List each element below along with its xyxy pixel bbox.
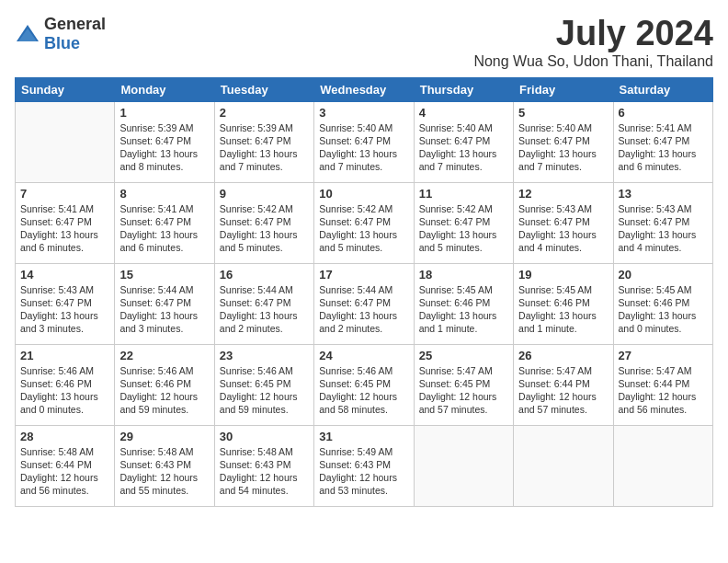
day-number: 23: [220, 349, 309, 362]
day-info: Sunrise: 5:48 AMSunset: 6:44 PMDaylight:…: [20, 445, 109, 498]
day-info: Sunrise: 5:46 AMSunset: 6:46 PMDaylight:…: [119, 364, 209, 417]
day-info: Sunrise: 5:40 AMSunset: 6:47 PMDaylight:…: [319, 121, 408, 174]
calendar-table: SundayMondayTuesdayWednesdayThursdayFrid…: [15, 77, 713, 507]
day-info: Sunrise: 5:39 AMSunset: 6:47 PMDaylight:…: [119, 121, 209, 174]
day-number: 18: [419, 268, 508, 282]
week-row-5: 28Sunrise: 5:48 AMSunset: 6:44 PMDayligh…: [16, 425, 713, 506]
day-info: Sunrise: 5:43 AMSunset: 6:47 PMDaylight:…: [20, 283, 109, 336]
week-row-4: 21Sunrise: 5:46 AMSunset: 6:46 PMDayligh…: [16, 344, 713, 425]
weekday-header-saturday: Saturday: [613, 77, 712, 101]
calendar-cell: 1Sunrise: 5:39 AMSunset: 6:47 PMDaylight…: [115, 101, 214, 182]
calendar-cell: 23Sunrise: 5:46 AMSunset: 6:45 PMDayligh…: [214, 344, 313, 425]
day-number: 11: [419, 187, 508, 201]
day-info: Sunrise: 5:44 AMSunset: 6:47 PMDaylight:…: [220, 283, 309, 336]
calendar-cell: 8Sunrise: 5:41 AMSunset: 6:47 PMDaylight…: [115, 182, 214, 263]
calendar-cell: 27Sunrise: 5:47 AMSunset: 6:44 PMDayligh…: [613, 344, 712, 425]
day-number: 7: [20, 187, 109, 201]
day-info: Sunrise: 5:41 AMSunset: 6:47 PMDaylight:…: [20, 202, 109, 255]
day-info: Sunrise: 5:45 AMSunset: 6:46 PMDaylight:…: [619, 283, 708, 336]
day-number: 22: [119, 349, 209, 362]
calendar-cell: 31Sunrise: 5:49 AMSunset: 6:43 PMDayligh…: [314, 425, 414, 506]
day-number: 28: [20, 430, 109, 443]
calendar-cell: 13Sunrise: 5:43 AMSunset: 6:47 PMDayligh…: [613, 182, 712, 263]
day-info: Sunrise: 5:39 AMSunset: 6:47 PMDaylight:…: [220, 121, 309, 174]
day-info: Sunrise: 5:44 AMSunset: 6:47 PMDaylight:…: [319, 283, 408, 336]
calendar-cell: 7Sunrise: 5:41 AMSunset: 6:47 PMDaylight…: [16, 182, 115, 263]
weekday-header-tuesday: Tuesday: [214, 77, 313, 101]
day-number: 29: [119, 430, 209, 443]
day-info: Sunrise: 5:43 AMSunset: 6:47 PMDaylight:…: [518, 202, 608, 255]
calendar-cell: 3Sunrise: 5:40 AMSunset: 6:47 PMDaylight…: [314, 101, 414, 182]
logo: General Blue: [15, 15, 106, 53]
calendar-cell: 5Sunrise: 5:40 AMSunset: 6:47 PMDaylight…: [514, 101, 613, 182]
calendar-cell: 17Sunrise: 5:44 AMSunset: 6:47 PMDayligh…: [314, 263, 414, 344]
calendar-cell: 26Sunrise: 5:47 AMSunset: 6:44 PMDayligh…: [514, 344, 613, 425]
calendar-cell: 18Sunrise: 5:45 AMSunset: 6:46 PMDayligh…: [414, 263, 513, 344]
day-info: Sunrise: 5:44 AMSunset: 6:47 PMDaylight:…: [119, 283, 209, 336]
day-info: Sunrise: 5:47 AMSunset: 6:44 PMDaylight:…: [619, 364, 708, 417]
day-number: 9: [220, 187, 309, 201]
calendar-cell: [16, 101, 115, 182]
day-number: 6: [619, 106, 708, 120]
day-number: 12: [518, 187, 608, 201]
day-info: Sunrise: 5:43 AMSunset: 6:47 PMDaylight:…: [619, 202, 708, 255]
calendar-cell: 30Sunrise: 5:48 AMSunset: 6:43 PMDayligh…: [214, 425, 313, 506]
logo-blue: Blue: [44, 34, 80, 52]
calendar-cell: 9Sunrise: 5:42 AMSunset: 6:47 PMDaylight…: [214, 182, 313, 263]
calendar-cell: 12Sunrise: 5:43 AMSunset: 6:47 PMDayligh…: [514, 182, 613, 263]
day-info: Sunrise: 5:45 AMSunset: 6:46 PMDaylight:…: [419, 283, 508, 336]
calendar-cell: 22Sunrise: 5:46 AMSunset: 6:46 PMDayligh…: [115, 344, 214, 425]
calendar-cell: 6Sunrise: 5:41 AMSunset: 6:47 PMDaylight…: [613, 101, 712, 182]
day-number: 14: [20, 268, 109, 282]
calendar-cell: 11Sunrise: 5:42 AMSunset: 6:47 PMDayligh…: [414, 182, 513, 263]
day-number: 24: [319, 349, 408, 362]
calendar-cell: [514, 425, 613, 506]
day-number: 13: [619, 187, 708, 201]
day-info: Sunrise: 5:42 AMSunset: 6:47 PMDaylight:…: [220, 202, 309, 255]
day-number: 16: [220, 268, 309, 282]
day-number: 4: [419, 106, 508, 120]
day-number: 19: [518, 268, 608, 282]
weekday-header-wednesday: Wednesday: [314, 77, 414, 101]
calendar-cell: 14Sunrise: 5:43 AMSunset: 6:47 PMDayligh…: [16, 263, 115, 344]
day-info: Sunrise: 5:47 AMSunset: 6:45 PMDaylight:…: [419, 364, 508, 417]
day-info: Sunrise: 5:49 AMSunset: 6:43 PMDaylight:…: [319, 445, 408, 498]
logo-icon: [15, 23, 40, 45]
calendar-cell: 24Sunrise: 5:46 AMSunset: 6:45 PMDayligh…: [314, 344, 414, 425]
calendar-cell: 25Sunrise: 5:47 AMSunset: 6:45 PMDayligh…: [414, 344, 513, 425]
day-info: Sunrise: 5:46 AMSunset: 6:46 PMDaylight:…: [20, 364, 109, 417]
week-row-1: 1Sunrise: 5:39 AMSunset: 6:47 PMDaylight…: [16, 101, 713, 182]
location-subtitle: Nong Wua So, Udon Thani, Thailand: [473, 53, 713, 70]
week-row-2: 7Sunrise: 5:41 AMSunset: 6:47 PMDaylight…: [16, 182, 713, 263]
weekday-header-row: SundayMondayTuesdayWednesdayThursdayFrid…: [16, 77, 713, 101]
page-header: General Blue July 2024 Nong Wua So, Udon…: [15, 15, 713, 70]
day-info: Sunrise: 5:42 AMSunset: 6:47 PMDaylight:…: [419, 202, 508, 255]
weekday-header-friday: Friday: [514, 77, 613, 101]
day-number: 20: [619, 268, 708, 282]
calendar-cell: 4Sunrise: 5:40 AMSunset: 6:47 PMDaylight…: [414, 101, 513, 182]
day-number: 10: [319, 187, 408, 201]
calendar-cell: 29Sunrise: 5:48 AMSunset: 6:43 PMDayligh…: [115, 425, 214, 506]
day-info: Sunrise: 5:47 AMSunset: 6:44 PMDaylight:…: [518, 364, 608, 417]
day-number: 2: [220, 106, 309, 120]
weekday-header-thursday: Thursday: [414, 77, 513, 101]
day-info: Sunrise: 5:41 AMSunset: 6:47 PMDaylight:…: [619, 121, 708, 174]
calendar-cell: 19Sunrise: 5:45 AMSunset: 6:46 PMDayligh…: [514, 263, 613, 344]
calendar-cell: 2Sunrise: 5:39 AMSunset: 6:47 PMDaylight…: [214, 101, 313, 182]
week-row-3: 14Sunrise: 5:43 AMSunset: 6:47 PMDayligh…: [16, 263, 713, 344]
title-area: July 2024 Nong Wua So, Udon Thani, Thail…: [473, 15, 713, 70]
weekday-header-sunday: Sunday: [16, 77, 115, 101]
day-info: Sunrise: 5:48 AMSunset: 6:43 PMDaylight:…: [220, 445, 309, 498]
day-number: 21: [20, 349, 109, 362]
logo-general: General: [44, 15, 106, 33]
day-info: Sunrise: 5:40 AMSunset: 6:47 PMDaylight:…: [518, 121, 608, 174]
day-number: 17: [319, 268, 408, 282]
day-info: Sunrise: 5:42 AMSunset: 6:47 PMDaylight:…: [319, 202, 408, 255]
calendar-cell: 28Sunrise: 5:48 AMSunset: 6:44 PMDayligh…: [16, 425, 115, 506]
day-number: 30: [220, 430, 309, 443]
day-info: Sunrise: 5:46 AMSunset: 6:45 PMDaylight:…: [319, 364, 408, 417]
day-info: Sunrise: 5:48 AMSunset: 6:43 PMDaylight:…: [119, 445, 209, 498]
weekday-header-monday: Monday: [115, 77, 214, 101]
day-number: 27: [619, 349, 708, 362]
day-number: 25: [419, 349, 508, 362]
